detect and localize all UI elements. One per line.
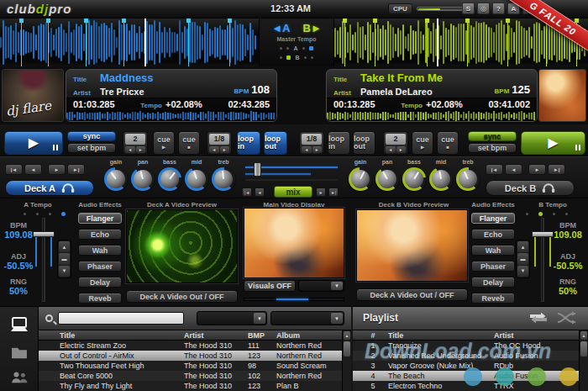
playlist-scrollbar[interactable]: ▲ bbox=[579, 330, 588, 391]
deck-a-sync-button[interactable]: sync bbox=[67, 131, 116, 141]
topbar-button-help[interactable]: ? bbox=[492, 3, 505, 14]
deck-b-track-overview[interactable] bbox=[327, 111, 537, 121]
deck-a-monitor-button[interactable]: Deck A bbox=[5, 180, 94, 196]
knob-dial[interactable] bbox=[212, 167, 235, 191]
column-header[interactable]: Title bbox=[60, 331, 184, 340]
deck-b-forward-button[interactable]: ► bbox=[528, 164, 546, 175]
step-up-button[interactable]: ► bbox=[220, 146, 230, 153]
scrollbar-handle[interactable] bbox=[580, 341, 587, 357]
step-up-button[interactable]: ► bbox=[312, 146, 323, 153]
center-button[interactable]: ▬ bbox=[517, 253, 528, 264]
dropdown-arrow-icon[interactable]: ▼ bbox=[331, 313, 343, 324]
step-down-button[interactable]: ◄ bbox=[209, 146, 219, 153]
knob-dial[interactable] bbox=[402, 167, 426, 191]
master-tempo-row-b[interactable]: B bbox=[260, 55, 333, 61]
effect-wah-button-a[interactable]: Wah bbox=[78, 245, 122, 256]
visuals-dropdown[interactable]: ▼ bbox=[298, 280, 344, 292]
search-input[interactable] bbox=[58, 312, 184, 325]
deck-a-loop-out-button[interactable]: loop out bbox=[264, 131, 287, 155]
deck-b-sync-button[interactable]: sync bbox=[468, 131, 517, 141]
mid-knob-b[interactable]: mid bbox=[428, 159, 454, 194]
knob-dial[interactable] bbox=[375, 167, 399, 191]
deck-a-rewind-button[interactable]: ◄ bbox=[24, 164, 42, 175]
deck-a-waveform[interactable] bbox=[0, 18, 259, 66]
deck-a-loop-in-button[interactable]: loop in bbox=[237, 131, 260, 155]
table-row[interactable]: 5Electron TechnoTTRX bbox=[353, 381, 580, 391]
dropdown-arrow-icon[interactable]: ▼ bbox=[254, 313, 265, 324]
table-row[interactable]: Out of Control - AirMixThe Hood 310123No… bbox=[39, 351, 342, 361]
mid-knob-a[interactable]: mid bbox=[183, 159, 210, 194]
filter-dropdown-1[interactable]: ▼ bbox=[197, 311, 267, 325]
gain-knob-a[interactable]: gain bbox=[102, 159, 129, 194]
knob-dial[interactable] bbox=[185, 167, 208, 191]
table-row[interactable]: 4The BeachAudio Fusion bbox=[353, 371, 580, 381]
topbar-button-record[interactable]: ◎ bbox=[477, 3, 490, 14]
table-row[interactable]: Thy Fly and Thy LightThe Hood 310123Plan… bbox=[39, 381, 342, 391]
deck-a-skip-start-button[interactable]: |◄ bbox=[5, 164, 23, 175]
deck-b-loop-out-button[interactable]: loop out bbox=[353, 131, 375, 155]
scrollbar-handle[interactable] bbox=[344, 341, 350, 357]
topbar-button-s[interactable]: S bbox=[462, 3, 475, 14]
pan-knob-b[interactable]: pan bbox=[374, 159, 401, 194]
a-tempo-slider-handle[interactable] bbox=[33, 231, 55, 237]
deck-b-rewind-button[interactable]: ◄ bbox=[505, 164, 522, 175]
browser-scrollbar[interactable]: ▲ bbox=[342, 330, 351, 391]
pan-knob-a[interactable]: pan bbox=[129, 159, 156, 194]
crossfader-handle[interactable] bbox=[254, 162, 261, 177]
deck-b-play-button[interactable]: ▶ bbox=[521, 131, 585, 155]
master-tempo-row-a[interactable]: A bbox=[260, 45, 333, 51]
a-tempo-slider[interactable] bbox=[42, 218, 45, 302]
knob-dial[interactable] bbox=[104, 167, 128, 191]
dropdown-arrow-icon[interactable]: ▼ bbox=[331, 282, 343, 290]
deck-b-loop-in-button[interactable]: loop in bbox=[328, 131, 350, 155]
treb-knob-b[interactable]: treb bbox=[454, 159, 481, 194]
bass-knob-b[interactable]: bass bbox=[401, 159, 428, 194]
column-header[interactable]: BMP bbox=[248, 331, 276, 340]
deck-b-cue-play-button[interactable]: cue▶ bbox=[412, 131, 433, 155]
effect-reveb-button-a[interactable]: Reveb bbox=[78, 293, 122, 304]
table-row[interactable]: 2Vanished Red UndergroundAudio Fusion bbox=[353, 351, 580, 361]
column-header[interactable]: Title bbox=[388, 331, 494, 340]
mix-button[interactable]: mix bbox=[274, 186, 312, 198]
b-tempo-slider[interactable] bbox=[541, 218, 544, 302]
table-row[interactable]: 3Vapor Groove (Nuke Mix)RDub bbox=[353, 361, 580, 371]
effect-wah-button-b[interactable]: Wah bbox=[471, 245, 515, 256]
effect-phaser-button-b[interactable]: Phaser bbox=[471, 261, 515, 272]
crossfade-full-right-button[interactable]: ►| bbox=[328, 188, 339, 197]
deck-b-skip-start-button[interactable]: |◄ bbox=[486, 164, 503, 175]
deck-a-skip-end-button[interactable]: ►| bbox=[67, 164, 85, 175]
step-down-button[interactable]: ◄ bbox=[125, 146, 135, 153]
step-down-button[interactable]: ◄ bbox=[386, 146, 396, 153]
crossfade-right-button[interactable]: ► bbox=[316, 188, 326, 197]
knob-dial[interactable] bbox=[429, 167, 453, 191]
step-up-button[interactable]: ► bbox=[396, 146, 407, 153]
visuals-off-button[interactable]: Visuals OFF bbox=[244, 280, 296, 292]
deck-a-cue-play-button[interactable]: cue▶ bbox=[153, 131, 175, 155]
bass-knob-a[interactable]: bass bbox=[156, 159, 183, 194]
gain-knob-b[interactable]: gain bbox=[347, 159, 374, 194]
down-button[interactable]: ▼ bbox=[517, 266, 528, 277]
shuffle-button[interactable] bbox=[556, 311, 576, 328]
effect-echo-button-b[interactable]: Echo bbox=[471, 229, 515, 240]
column-header[interactable]: # bbox=[358, 331, 388, 340]
deck-a-video-out-button[interactable]: Deck A Video Out / OFF bbox=[126, 290, 238, 303]
scroll-up-icon[interactable]: ▲ bbox=[580, 331, 587, 340]
effect-delay-button-b[interactable]: Delay bbox=[471, 277, 515, 288]
deck-b-cue-stop-button[interactable]: cue■ bbox=[437, 131, 459, 155]
deck-b-video-out-button[interactable]: Deck A Video Out / OFF bbox=[356, 288, 468, 301]
deck-b-monitor-button[interactable]: Deck B bbox=[486, 180, 575, 196]
sidebar-item-folders[interactable] bbox=[8, 342, 30, 362]
crossfade-full-left-button[interactable]: |◄ bbox=[242, 188, 252, 197]
transfer-tracks-button[interactable] bbox=[528, 311, 549, 328]
deck-a-forward-button[interactable]: ► bbox=[48, 164, 66, 175]
crossfade-left-button[interactable]: ◄ bbox=[255, 188, 265, 197]
step-down-button[interactable]: ◄ bbox=[302, 146, 312, 153]
deck-a-track-overview[interactable] bbox=[66, 111, 276, 121]
effect-phaser-button-a[interactable]: Phaser bbox=[78, 261, 122, 272]
sidebar-item-computer[interactable] bbox=[8, 315, 30, 336]
table-row[interactable]: 1TranquizeThe OC Hood bbox=[353, 341, 580, 351]
knob-dial[interactable] bbox=[131, 167, 155, 191]
knob-dial[interactable] bbox=[456, 167, 480, 191]
effect-delay-button-a[interactable]: Delay bbox=[78, 277, 122, 288]
table-row[interactable]: Beat Core 5000The Hood 310102Northern Re… bbox=[39, 371, 342, 381]
